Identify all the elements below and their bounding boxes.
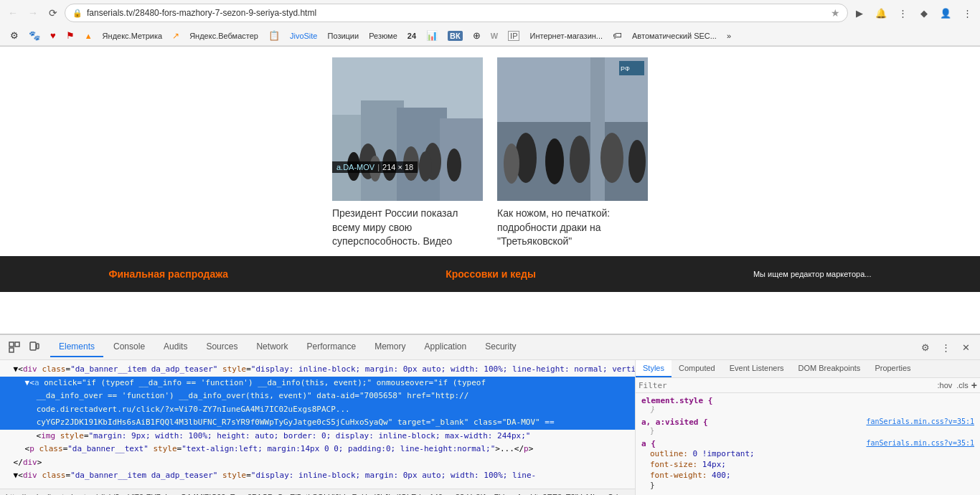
dom-line-2b[interactable]: __da_info_over == 'function') __da_info_…	[0, 390, 635, 403]
svg-point-22	[628, 140, 646, 183]
bookmark-chart[interactable]: 📊	[422, 28, 442, 43]
bookmark-ya-arrow[interactable]: ↗	[168, 29, 184, 43]
bookmark-settings[interactable]: ⚙	[6, 28, 23, 43]
tab-dom-breakpoints[interactable]: DOM Breakpoints	[791, 360, 868, 377]
css-rule-a: a { fanSerials.min.css?v=35:1 outline: 0…	[641, 439, 974, 490]
bookmark-circle[interactable]: ⊕	[468, 28, 485, 43]
css-prop-outline: outline: 0 !important;	[641, 448, 974, 459]
tab-styles[interactable]: Styles	[636, 360, 672, 377]
tab-application[interactable]: Application	[416, 337, 476, 357]
bookmark-paw[interactable]: 🐾	[24, 28, 44, 43]
bookmark-star-icon[interactable]: ★	[831, 7, 840, 19]
tab-memory[interactable]: Memory	[366, 337, 414, 357]
bookmark-vk[interactable]: ВК	[443, 29, 467, 43]
svg-rect-17	[590, 57, 605, 201]
bookmark-tag[interactable]: 🏷	[608, 28, 626, 43]
css-source-2[interactable]: fanSerials.min.css?v=35:1	[866, 418, 974, 427]
styles-tabs: Styles Computed Event Listeners DOM Brea…	[636, 360, 980, 378]
bookmark-more[interactable]: »	[722, 29, 735, 42]
bookmark-yandex-metrika[interactable]: Яндекс.Метрика	[98, 29, 167, 42]
news-title-2: Как ножом, но печаткой: подробности драк…	[497, 207, 648, 249]
svg-rect-28	[15, 342, 19, 346]
badge-separator: |	[377, 163, 380, 171]
address-bar[interactable]: 🔒 fanserials.tv/28480-fors-mazhory-7-sez…	[65, 4, 848, 22]
tab-network[interactable]: Network	[248, 337, 296, 357]
dom-line-2c[interactable]: code.directadvert.ru/click/?x=Vi70-ZY7nI…	[0, 403, 635, 417]
svg-rect-5	[440, 118, 483, 201]
css-rule-element-style: element.style { }	[641, 396, 974, 413]
back-button[interactable]: ←	[4, 4, 22, 22]
more-button[interactable]: ⋮	[958, 4, 976, 22]
devtools-more-button[interactable]: ⋮	[937, 339, 954, 356]
dom-line-1[interactable]: ▼<div class="da_banner__item da_adp_teas…	[0, 363, 635, 377]
element-tooltip: a.DA-MOV | 214 × 18	[332, 161, 418, 173]
devtools-panel: Elements Console Audits Sources Network …	[0, 334, 980, 495]
styles-filter-input[interactable]	[639, 381, 938, 390]
forward-button[interactable]: →	[24, 4, 42, 22]
badge-element-name: a.DA-MOV	[336, 163, 374, 171]
svg-rect-29	[30, 342, 36, 350]
ad-banner-row: Финальная распродажа Кроссовки и кеды Мы…	[0, 256, 980, 292]
profile-button[interactable]: 👤	[937, 4, 954, 22]
notifications-button[interactable]: 🔔	[872, 4, 890, 22]
bookmark-w[interactable]: W	[486, 29, 502, 42]
page-content-area: a.DA-MOV | 214 × 18 Президент России пок…	[0, 47, 980, 256]
browser-top-bar: ← → ⟳ 🔒 fanserials.tv/28480-fors-mazhory…	[0, 0, 980, 26]
filter-add-button[interactable]: +	[971, 380, 977, 391]
bookmark-clip[interactable]: 📋	[264, 28, 284, 43]
tab-sources[interactable]: Sources	[197, 337, 246, 357]
dom-line-5[interactable]: </div>	[0, 456, 635, 470]
ad-banner-1: Финальная распродажа	[108, 268, 228, 280]
bookmark-heart[interactable]: ♥	[46, 28, 60, 43]
dom-content[interactable]: ▼<div class="da_banner__item da_adp_teas…	[0, 360, 635, 489]
tab-console[interactable]: Console	[105, 337, 154, 357]
bookmark-jivosite[interactable]: JivoSite	[286, 29, 322, 42]
filter-cls-label[interactable]: .cls	[956, 381, 969, 390]
tab-audits[interactable]: Audits	[155, 337, 196, 357]
cast-button[interactable]: ▶	[851, 4, 868, 22]
bookmark-flag[interactable]: ⚑	[62, 28, 79, 43]
styles-filter-row: :hov .cls +	[636, 378, 980, 393]
tab-event-listeners[interactable]: Event Listeners	[722, 360, 791, 377]
svg-point-20	[570, 136, 590, 183]
extensions-button[interactable]: ◆	[915, 4, 933, 22]
bookmark-resume[interactable]: Резюме	[364, 29, 402, 42]
tab-performance[interactable]: Performance	[298, 337, 364, 357]
tab-elements[interactable]: Elements	[50, 337, 103, 357]
css-source-3[interactable]: fanSerials.min.css?v=35:1	[866, 439, 974, 448]
dom-line-6[interactable]: ▼<div class="da_banner__item da_adp_teas…	[0, 469, 635, 483]
svg-point-13	[419, 151, 432, 182]
device-toolbar-button[interactable]	[26, 339, 43, 356]
dom-line-2d[interactable]: cyYGPz2JDK191KbIdHs6sAiB1FQQl4M3lbUFNC_R…	[0, 416, 635, 430]
bookmark-auto-sec[interactable]: Автоматический SEC...	[628, 29, 721, 42]
bookmark-internet-shop[interactable]: Интернет-магазин...	[525, 29, 607, 42]
bookmark-24[interactable]: 24	[403, 29, 420, 42]
devtools-settings-button[interactable]: ⚙	[917, 339, 934, 356]
reload-button[interactable]: ⟳	[44, 4, 62, 22]
svg-point-19	[545, 138, 564, 184]
dom-line-4[interactable]: <p class="da_banner__text" style="text-a…	[0, 443, 635, 456]
bookmark-arrow[interactable]: ▲	[80, 29, 97, 42]
bookmark-ip[interactable]: IP	[504, 29, 524, 43]
tab-computed[interactable]: Computed	[672, 360, 722, 377]
dom-line-3[interactable]: <img style="margin: 9px; width: 100%; he…	[0, 430, 635, 443]
bookmark-yandex-webmaster[interactable]: Яндекс.Вебмастер	[185, 29, 263, 42]
css-selector-3: a {	[641, 439, 656, 448]
styles-content[interactable]: element.style { } a, a:visited { fanSeri…	[636, 393, 980, 495]
inspect-element-button[interactable]	[6, 339, 23, 356]
settings-button[interactable]: ⋮	[894, 4, 911, 22]
tab-security[interactable]: Security	[476, 337, 524, 357]
news-image-2: РФ	[497, 57, 648, 201]
bookmark-pozicii[interactable]: Позиции	[323, 29, 363, 42]
address-text: fanserials.tv/28480-fors-mazhory-7-sezon…	[87, 8, 831, 18]
svg-point-23	[504, 143, 519, 184]
svg-rect-27	[9, 348, 14, 352]
devtools-close-button[interactable]: ✕	[957, 339, 974, 356]
svg-point-10	[447, 148, 461, 182]
news-card-2: РФ Как ножом, но печаткой: подробности д…	[497, 57, 648, 249]
dom-line-2[interactable]: ▼<a onclick="if (typeof __da_info == 'fu…	[0, 377, 635, 390]
tab-properties[interactable]: Properties	[867, 360, 918, 377]
devtools-left-icons	[6, 339, 43, 356]
filter-pseudo-label[interactable]: :hov	[938, 381, 953, 390]
css-selector-1: element.style {	[641, 396, 712, 405]
